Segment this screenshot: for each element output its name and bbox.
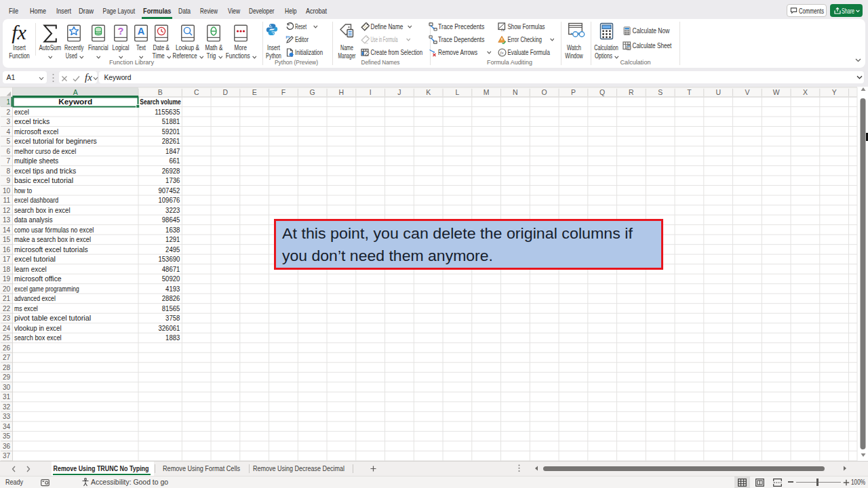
svg-text:Page Layout: Page Layout [103,7,136,15]
svg-text:Developer: Developer [249,7,275,15]
svg-text:Initialization: Initialization [295,49,323,56]
svg-text:Comments: Comments [799,7,824,15]
svg-text:Define Name: Define Name [371,23,403,30]
svg-text:Help: Help [285,7,297,15]
svg-text:AutoSum: AutoSum [39,44,61,52]
svg-text:Acrobat: Acrobat [306,7,327,15]
svg-text:Data: Data [178,7,191,15]
svg-text:Manager: Manager [338,52,356,60]
svg-text:Function: Function [9,52,30,60]
svg-text:More: More [235,44,248,52]
svg-text:Draw: Draw [79,7,94,15]
svg-text:Function Library: Function Library [109,58,154,66]
svg-text:A1: A1 [7,73,16,81]
svg-text:Name: Name [340,44,353,52]
svg-text:Trace Precedents: Trace Precedents [438,23,484,30]
svg-text:Remove Using TRUNC No Typing: Remove Using TRUNC No Typing [54,464,149,472]
svg-text:Defined Names: Defined Names [361,58,400,66]
svg-text:Create from Selection: Create from Selection [371,49,423,56]
svg-text:Watch: Watch [567,44,581,52]
svg-text:Reset: Reset [295,23,307,30]
svg-text:Formulas: Formulas [143,7,172,15]
svg-text:Evaluate Formula: Evaluate Formula [508,49,551,56]
svg-text:Insert: Insert [267,44,280,52]
svg-text:Logical: Logical [113,44,130,52]
svg-text:fx: fx [12,21,26,43]
svg-text:100%: 100% [851,479,865,486]
svg-text:fx: fx [85,72,92,83]
svg-text:Keyword: Keyword [104,73,132,81]
svg-text:Reference: Reference [173,52,197,60]
svg-text:Calculate Now: Calculate Now [633,27,670,35]
svg-text:Insert: Insert [13,44,26,52]
svg-text:Financial: Financial [88,44,108,52]
svg-text:Trig: Trig [206,52,216,60]
svg-text:Used: Used [66,52,77,60]
svg-text:Accessibility: Good to go: Accessibility: Good to go [91,479,168,486]
svg-text:Functions: Functions [226,52,250,60]
svg-text:Insert: Insert [56,7,71,15]
svg-text:Ready: Ready [5,479,24,486]
svg-text:Formula Auditing: Formula Auditing [487,58,532,66]
svg-text:Lookup &: Lookup & [176,44,199,52]
svg-text:At this point, you can delete: At this point, you can delete the origin… [282,226,633,242]
svg-text:Calculation: Calculation [594,44,618,52]
svg-text:you don’t need them anymore.: you don’t need them anymore. [282,248,493,264]
svg-text:Window: Window [565,52,583,60]
svg-text:Editor: Editor [295,36,309,43]
svg-text:Math &: Math & [205,44,222,52]
svg-text:Remove Using Format Cells: Remove Using Format Cells [163,464,240,472]
svg-text:View: View [228,7,240,15]
svg-text:Remove Using Decrease Decimal: Remove Using Decrease Decimal [253,464,344,472]
svg-text:Time: Time [153,52,165,60]
svg-text:Text: Text [136,44,146,52]
svg-text:Use in Formula: Use in Formula [371,36,398,43]
svg-text:Show Formulas: Show Formulas [508,23,545,30]
svg-text:Date &: Date & [153,44,170,52]
svg-text:Python: Python [266,52,281,60]
svg-text:Share: Share [842,7,854,15]
svg-text:Calculate Sheet: Calculate Sheet [633,42,672,49]
svg-text:Trace Dependents: Trace Dependents [438,36,484,43]
svg-text:Recently: Recently [64,44,84,52]
svg-text:Remove Arrows: Remove Arrows [438,49,477,56]
svg-text:Calculation: Calculation [620,58,651,66]
svg-text:Error Checking: Error Checking [508,36,542,43]
svg-text:File: File [9,7,18,15]
svg-text:Home: Home [30,7,46,15]
svg-text:Options: Options [595,52,612,60]
svg-text:Review: Review [200,7,218,15]
